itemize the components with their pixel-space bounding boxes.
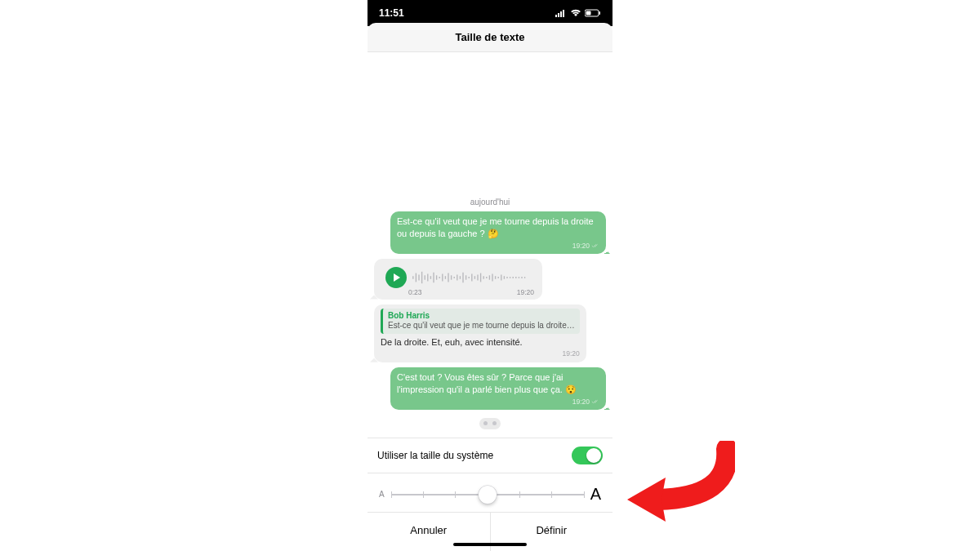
text-size-slider-row: A A [368, 473, 612, 512]
waveform-icon[interactable] [412, 270, 529, 285]
phone-frame: 11:51 Taille de texte aujourd'hui Est-ce… [368, 0, 612, 551]
read-ticks-icon [591, 398, 599, 405]
voice-message-in: 0:23 19:20 [374, 259, 542, 299]
use-system-size-toggle[interactable] [572, 447, 603, 464]
quote-author: Bob Harris [388, 311, 575, 322]
message-time: 19:20 [572, 242, 590, 251]
slider-min-icon: A [379, 490, 385, 499]
message-out: C'est tout ? Vous êtes sûr ? Parce que j… [390, 367, 606, 410]
message-in-reply: Bob Harris Est-ce qu'il veut que je me t… [374, 304, 586, 362]
status-time: 11:51 [379, 7, 404, 19]
wifi-icon [570, 9, 581, 17]
use-system-size-row[interactable]: Utiliser la taille du système [368, 438, 612, 473]
message-text: C'est tout ? Vous êtes sûr ? Parce que j… [397, 372, 577, 394]
text-size-slider[interactable] [391, 487, 584, 503]
modal-title: Taille de texte [455, 31, 524, 43]
message-text: De la droite. Et, euh, avec intensité. [381, 337, 523, 347]
quoted-message[interactable]: Bob Harris Est-ce qu'il veut que je me t… [381, 309, 580, 334]
message-text: Est-ce qu'il veut que je me tourne depui… [397, 216, 594, 238]
svg-rect-2 [560, 11, 562, 17]
chat-preview: aujourd'hui Est-ce qu'il veut que je me … [368, 52, 612, 438]
message-time: 19:20 [572, 398, 590, 407]
status-indicators [555, 9, 601, 17]
voice-duration: 0:23 [408, 288, 422, 297]
svg-rect-5 [586, 11, 591, 16]
annotation-arrow-icon [621, 441, 735, 534]
slider-max-icon: A [590, 485, 601, 504]
message-time: 19:20 [562, 349, 579, 358]
play-button[interactable] [385, 267, 407, 288]
page-indicator [479, 418, 501, 433]
slider-thumb[interactable] [479, 486, 497, 504]
message-out: Est-ce qu'il veut que je me tourne depui… [390, 211, 606, 254]
battery-icon [585, 9, 601, 17]
date-separator: aujourd'hui [374, 198, 606, 207]
svg-rect-1 [558, 13, 559, 17]
quote-text: Est-ce qu'il veut que je me tourne depui… [388, 321, 575, 331]
home-indicator [453, 543, 527, 546]
svg-rect-3 [563, 10, 564, 17]
message-time: 19:20 [517, 288, 534, 297]
svg-rect-0 [555, 15, 557, 17]
svg-rect-6 [599, 11, 601, 15]
read-ticks-icon [591, 242, 599, 249]
use-system-size-label: Utiliser la taille du système [377, 450, 493, 461]
cellular-icon [555, 9, 567, 17]
modal-title-bar: Taille de texte [368, 23, 612, 52]
